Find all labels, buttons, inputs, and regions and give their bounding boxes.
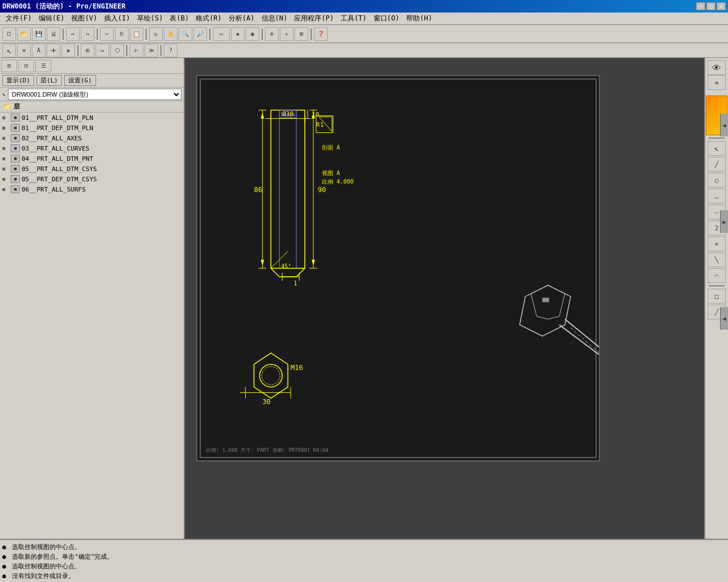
sym-btn[interactable]: ◈ bbox=[61, 44, 75, 57]
svg-text:剖面 A: 剖面 A bbox=[322, 144, 340, 151]
menu-analysis[interactable]: 分析(A) bbox=[225, 13, 258, 24]
menu-sketch[interactable]: 草绘(S) bbox=[134, 13, 167, 24]
arc-tool[interactable]: ◡ bbox=[708, 189, 726, 203]
redo-btn[interactable]: ↪ bbox=[81, 27, 94, 41]
layer-label-05-prt-def-dtm-csys: 05__PRT_DEF_DTM_CSYS bbox=[22, 176, 97, 183]
zoom-out-btn[interactable]: 🔎 bbox=[193, 27, 207, 41]
expand-icon: ⊞ bbox=[2, 125, 9, 131]
canvas-area[interactable]: Imaps Ø30 10 R1 剖面 A bbox=[185, 58, 704, 539]
bezier-tool[interactable]: ╲ bbox=[708, 252, 726, 267]
pan-btn[interactable]: ✋ bbox=[164, 27, 177, 41]
rt-sep2 bbox=[709, 285, 725, 286]
hint-btn[interactable]: ? bbox=[164, 44, 177, 57]
menu-window[interactable]: 窗口(O) bbox=[370, 13, 403, 24]
select-tool[interactable]: ↖ bbox=[708, 141, 726, 156]
layer-item-03-prt-all-curves[interactable]: ⊞ ▦ 03__PRT_ALL_CURVES bbox=[0, 143, 184, 153]
table-btn[interactable]: ⊞ bbox=[81, 44, 94, 57]
note-btn[interactable]: A bbox=[32, 44, 46, 57]
menu-table[interactable]: 表(B) bbox=[166, 13, 192, 24]
menu-help[interactable]: 帮助(H) bbox=[403, 13, 436, 24]
layer-icon: ▦ bbox=[11, 165, 20, 173]
select-btn[interactable]: ↖ bbox=[2, 44, 16, 57]
csys-btn[interactable]: ⊞ bbox=[295, 27, 308, 41]
left-icon2[interactable]: ⊟ bbox=[18, 60, 34, 72]
delete-tool[interactable]: × bbox=[708, 236, 726, 251]
dim-btn[interactable]: ⊣⊢ bbox=[47, 44, 60, 57]
menu-file[interactable]: 文件(F) bbox=[2, 13, 35, 24]
paste-btn[interactable]: 📋 bbox=[130, 27, 143, 41]
spline-tool[interactable]: ⌒ bbox=[708, 268, 726, 283]
collapse-arrow-mid[interactable]: ▶ bbox=[720, 210, 728, 233]
maximize-button[interactable]: □ bbox=[706, 2, 715, 10]
hidden-btn[interactable]: ◉ bbox=[246, 27, 259, 41]
expand-icon: ⊞ bbox=[2, 176, 9, 182]
status-line-4: 没有找到文件或目录。 bbox=[2, 571, 726, 581]
left-icon3[interactable]: ☰ bbox=[35, 60, 51, 72]
menu-bar: 文件(F) 编辑(E) 视图(V) 插入(I) 草绘(S) 表(B) 格式(R)… bbox=[0, 13, 728, 25]
shade-btn[interactable]: ◈ bbox=[231, 27, 245, 41]
menu-edit[interactable]: 编辑(E) bbox=[35, 13, 68, 24]
layer-item-04-prt-all-dtm-pnt[interactable]: ⊞ ▦ 04__PRT_ALL_DTM_PNT bbox=[0, 153, 184, 164]
layer-btn[interactable]: 层(L) bbox=[36, 75, 62, 86]
circle-tool[interactable]: ○ bbox=[708, 173, 726, 188]
menu-info[interactable]: 信息(N) bbox=[258, 13, 291, 24]
svg-line-56 bbox=[570, 327, 599, 373]
window-controls: ─ □ ✕ bbox=[696, 2, 726, 10]
copy-btn[interactable]: ⎘ bbox=[115, 27, 129, 41]
line-tool[interactable]: ╱ bbox=[708, 157, 726, 172]
model-selector[interactable]: DRW0001.DRW (顶级模型) bbox=[8, 89, 181, 100]
extra-btn2[interactable]: ≫ bbox=[144, 44, 158, 57]
display-btn[interactable]: 显示(D) bbox=[2, 75, 34, 86]
model-select-bar: ↖ DRW0001.DRW (顶级模型) bbox=[0, 88, 184, 101]
layer-icon: ▦ bbox=[11, 114, 20, 122]
model-btn[interactable]: ⬡ bbox=[110, 44, 124, 57]
menu-format[interactable]: 格式(R) bbox=[192, 13, 225, 24]
svg-text:30: 30 bbox=[262, 398, 270, 406]
datum-btn[interactable]: ⊕ bbox=[265, 27, 279, 41]
print-btn[interactable]: 🖨 bbox=[47, 27, 60, 41]
menu-apps[interactable]: 应用程序(P) bbox=[291, 13, 337, 24]
select-arrow-icon: ↖ bbox=[2, 91, 6, 97]
layer-item-06-prt-all-surfs[interactable]: ⊞ ▦ 06__PRT_ALL_SURFS bbox=[0, 184, 184, 194]
visibility-btn[interactable]: 👁 bbox=[708, 60, 726, 75]
view-btn[interactable]: ▭ bbox=[96, 44, 109, 57]
rect-tool[interactable]: □ bbox=[708, 289, 726, 304]
rotate-btn[interactable]: ↻ bbox=[149, 27, 163, 41]
drawing-sheet: Imaps Ø30 10 R1 剖面 A bbox=[196, 75, 600, 462]
axis-btn[interactable]: ✛ bbox=[280, 27, 293, 41]
extra-btn1[interactable]: ⊢ bbox=[130, 44, 143, 57]
open-btn[interactable]: 📂 bbox=[17, 27, 31, 41]
layer-item-02-prt-all-axes[interactable]: ⊞ ▦ 02__PRT_ALL_AXES bbox=[0, 133, 184, 143]
menu-insert[interactable]: 插入(I) bbox=[101, 13, 134, 24]
sep9 bbox=[160, 45, 162, 56]
minimize-button[interactable]: ─ bbox=[696, 2, 705, 10]
wireframe-btn[interactable]: ▭ bbox=[213, 27, 230, 41]
secondary-toolbar: ↖ ≡ A ⊣⊢ ◈ ⊞ ▭ ⬡ ⊢ ≫ ? bbox=[0, 43, 728, 58]
menu-tools[interactable]: 工具(T) bbox=[337, 13, 370, 24]
zoom-in-btn[interactable]: 🔍 bbox=[179, 27, 192, 41]
main-area: ⊞ ⊟ ☰ 显示(D) 层(L) 设置(G) ↖ DRW0001.DRW (顶级… bbox=[0, 58, 728, 539]
model-tree-btn[interactable]: ≡ bbox=[708, 75, 726, 90]
layer-item-01-prt-all-dtm-pln[interactable]: ⊞ ▦ 01__PRT_ALL_DTM_PLN bbox=[0, 113, 184, 123]
help-btn[interactable]: ❓ bbox=[314, 27, 328, 41]
new-btn[interactable]: 🗋 bbox=[2, 27, 16, 41]
sep8 bbox=[126, 45, 127, 56]
menu-view[interactable]: 视图(V) bbox=[68, 13, 101, 24]
collapse-arrow-top[interactable]: ◀ bbox=[720, 114, 728, 136]
save-btn[interactable]: 💾 bbox=[32, 27, 46, 41]
cut-btn[interactable]: ✂ bbox=[100, 27, 114, 41]
layer-icon[interactable]: ≡ bbox=[17, 44, 31, 57]
settings-btn[interactable]: 设置(G) bbox=[64, 75, 96, 86]
close-button[interactable]: ✕ bbox=[717, 2, 726, 10]
svg-marker-28 bbox=[312, 260, 315, 265]
svg-line-54 bbox=[565, 319, 599, 369]
layer-item-05-prt-all-dtm-csys[interactable]: ⊞ ▦ 05__PRT_ALL_DTM_CSYS bbox=[0, 164, 184, 174]
layer-item-05-prt-def-dtm-csys[interactable]: ⊞ ▦ 05__PRT_DEF_DTM_CSYS bbox=[0, 174, 184, 184]
svg-line-53 bbox=[559, 325, 599, 375]
collapse-arrow-bot[interactable]: ◀ bbox=[720, 307, 728, 330]
left-icon1[interactable]: ⊞ bbox=[1, 60, 17, 72]
layer-icon: ▦ bbox=[11, 155, 20, 163]
layer-item-01-prt-def-dtm-pln[interactable]: ⊞ ▦ 01__PRT_DEF_DTM_PLN bbox=[0, 123, 184, 133]
layer-icon: ▦ bbox=[11, 134, 20, 142]
undo-btn[interactable]: ↩ bbox=[66, 27, 80, 41]
